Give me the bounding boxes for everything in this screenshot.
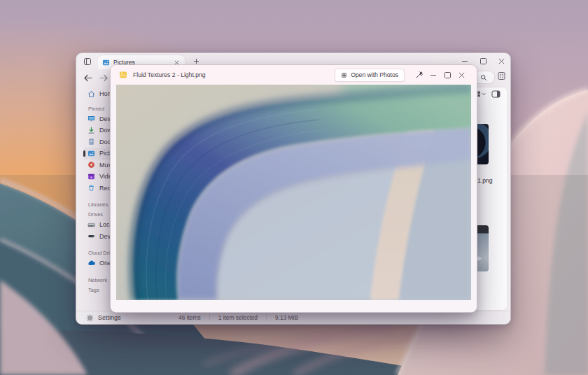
image-preview-window: Fluid Textures 2 - Light.png Open with P… bbox=[110, 64, 477, 313]
keypad-button[interactable] bbox=[496, 71, 507, 82]
documents-icon bbox=[88, 138, 95, 146]
forward-button[interactable] bbox=[99, 74, 108, 82]
photos-icon bbox=[341, 72, 347, 78]
file-name-label: 1.png bbox=[477, 177, 493, 184]
open-with-photos-button[interactable]: Open with Photos bbox=[335, 69, 405, 82]
keypad-icon bbox=[497, 71, 506, 80]
status-selected-size: 9.13 MiB bbox=[266, 314, 298, 321]
plus-icon bbox=[193, 58, 200, 64]
back-arrow-icon bbox=[83, 74, 92, 82]
status-items-count: 46 items bbox=[178, 314, 201, 321]
preview-maximize-button[interactable] bbox=[440, 68, 454, 82]
videos-icon bbox=[88, 173, 95, 181]
downloads-icon bbox=[88, 127, 95, 134]
navigation-toolbar bbox=[83, 71, 108, 85]
preview-title-bar: Fluid Textures 2 - Light.png Open with P… bbox=[111, 65, 477, 85]
vertical-tabs-icon bbox=[83, 57, 92, 66]
dev-drive-icon bbox=[88, 232, 95, 240]
preview-pane-icon bbox=[491, 90, 500, 98]
onedrive-icon bbox=[88, 260, 95, 267]
preview-pane-button[interactable] bbox=[491, 90, 500, 98]
settings-button[interactable]: Settings bbox=[83, 313, 124, 323]
pin-icon bbox=[415, 71, 424, 79]
forward-arrow-icon bbox=[99, 74, 108, 82]
window-maximize-button[interactable] bbox=[474, 53, 492, 69]
back-button[interactable] bbox=[83, 74, 92, 82]
recycle-bin-icon bbox=[88, 184, 95, 192]
open-with-photos-label: Open with Photos bbox=[351, 71, 398, 78]
view-options-row bbox=[474, 90, 500, 98]
pin-button[interactable] bbox=[412, 68, 426, 82]
image-preview bbox=[116, 85, 471, 300]
home-icon bbox=[88, 90, 95, 98]
desktop-icon bbox=[88, 115, 95, 122]
preview-minimize-button[interactable] bbox=[426, 68, 440, 82]
gear-icon bbox=[86, 314, 94, 322]
pictures-icon bbox=[88, 150, 95, 157]
status-selected-count: 1 item selected bbox=[209, 314, 258, 321]
drive-icon bbox=[88, 221, 95, 229]
close-icon bbox=[498, 58, 505, 64]
tab-list-button[interactable] bbox=[82, 56, 93, 67]
settings-label: Settings bbox=[98, 314, 121, 321]
preview-bottom-bar bbox=[111, 300, 477, 312]
window-close-button[interactable] bbox=[492, 53, 510, 69]
image-file-icon bbox=[119, 71, 127, 79]
pictures-folder-icon bbox=[102, 59, 110, 66]
preview-title: Fluid Textures 2 - Light.png bbox=[133, 71, 206, 78]
preview-close-button[interactable] bbox=[454, 68, 468, 82]
close-icon bbox=[458, 72, 465, 78]
search-icon bbox=[480, 74, 487, 81]
music-icon bbox=[88, 161, 95, 169]
